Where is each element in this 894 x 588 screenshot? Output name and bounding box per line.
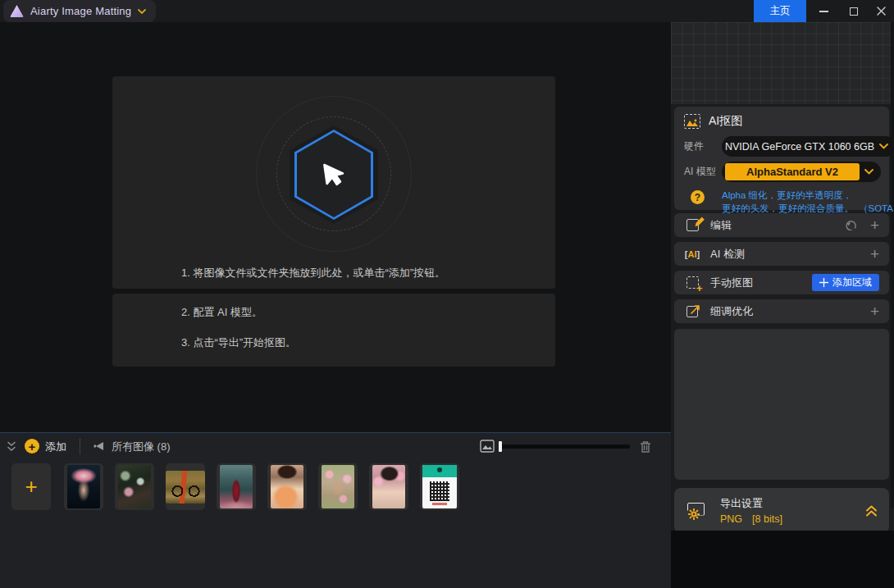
main-canvas: 1. 将图像文件或文件夹拖放到此处，或单击“添加”按钮。 2. 配置 AI 模型… [0, 22, 671, 432]
help-icon[interactable]: ? [691, 190, 705, 204]
qr-code [430, 481, 449, 501]
steps-panel: 2. 配置 AI 模型。 3. 点击“导出”开始抠图。 [112, 294, 555, 367]
app-menu[interactable]: Aiarty Image Matting [3, 0, 156, 22]
sidebar: AI抠图 硬件 NVIDIA GeForce GTX 1060 6GB AI 模… [671, 22, 894, 588]
manual-matting-icon: + [684, 275, 700, 291]
export-bits: [8 bits] [752, 513, 782, 525]
section-title: AI 检测 [710, 247, 859, 262]
export-settings-card[interactable]: 导出设置 PNG [8 bits] [674, 488, 889, 533]
hardware-row: 硬件 NVIDIA GeForce GTX 1060 6GB [674, 134, 889, 159]
thumbnail-size-icon [480, 440, 495, 453]
hardware-label: 硬件 [684, 139, 722, 153]
sidebar-empty-panel [674, 329, 889, 480]
model-value: AlphaStandard V2 [725, 163, 860, 180]
thumbnail-mountain-bike[interactable] [166, 463, 205, 510]
gallery-panel: + 添加 所有图像 (8) + [0, 432, 671, 588]
thumbnail-woman-red-dress[interactable] [217, 463, 256, 510]
crosshair-plus-icon [819, 278, 828, 287]
model-description-row: ? Alpha 细化，更好的半透明度， 更好的头发，更好的混合质量。（SOTA） [674, 185, 889, 215]
plus-icon: + [29, 440, 36, 453]
section-title: 细调优化 [710, 304, 859, 319]
thumbnail-woman-peach-bouquet[interactable] [267, 463, 307, 510]
add-images-label[interactable]: 添加 [45, 433, 66, 460]
drop-step-3: 3. 点击“导出”开始抠图。 [181, 335, 296, 350]
ai-detect-section[interactable]: [AI] AI 检测 + [674, 242, 889, 266]
home-button-label: 主页 [770, 4, 791, 18]
add-region-button[interactable]: 添加区域 [812, 274, 879, 291]
add-tile[interactable]: + [11, 463, 51, 510]
delete-button[interactable] [639, 440, 652, 454]
titlebar: Aiarty Image Matting 主页 [0, 0, 894, 22]
collapse-gallery-button[interactable] [7, 441, 16, 452]
thumbnail-forest-branches[interactable] [115, 463, 154, 510]
maximize-icon [850, 7, 858, 16]
model-description: Alpha 细化，更好的半透明度， 更好的头发，更好的混合质量。（SOTA） [722, 189, 894, 215]
home-button[interactable]: 主页 [754, 0, 806, 22]
refine-icon [684, 303, 700, 320]
scrollbar-track[interactable] [891, 22, 894, 508]
preview-grid [671, 22, 894, 104]
model-row: AI 模型 AlphaStandard V2 [674, 159, 889, 185]
manual-matting-section[interactable]: + 手动抠图 添加区域 [674, 271, 889, 294]
ai-detect-icon: [AI] [684, 246, 700, 262]
minimize-button[interactable] [811, 0, 836, 22]
section-title: 手动抠图 [710, 276, 812, 290]
export-settings-icon [686, 502, 707, 520]
drop-step-2: 2. 配置 AI 模型。 [181, 305, 296, 320]
chevron-down-icon [138, 9, 146, 14]
app-logo-icon [10, 5, 24, 17]
toolbar-divider [80, 439, 80, 454]
gallery-toolbar: + 添加 所有图像 (8) [0, 433, 671, 460]
back-arrow-button[interactable] [93, 440, 104, 452]
thumbnail-row: + [0, 463, 671, 513]
export-format: PNG [720, 513, 742, 525]
drop-zone[interactable]: 1. 将图像文件或文件夹拖放到此处，或单击“添加”按钮。 [112, 76, 555, 289]
hardware-value: NVIDIA GeForce GTX 1060 6GB [725, 141, 874, 153]
close-icon [877, 7, 886, 16]
thumbnail-jellyfish[interactable] [64, 463, 103, 510]
section-title: AI抠图 [709, 114, 742, 129]
export-button-zone: 单张导出 批量导出 [671, 531, 894, 588]
chevron-down-icon [864, 169, 873, 175]
close-button[interactable] [869, 0, 893, 22]
thumbnail-woman-rose-garden[interactable] [318, 463, 358, 510]
all-images-label[interactable]: 所有图像 (8) [112, 433, 171, 460]
thumbnail-qr-code-card[interactable] [420, 463, 459, 510]
add-refine-button[interactable]: + [870, 303, 879, 319]
model-description-line1: Alpha 细化，更好的半透明度， [722, 189, 894, 202]
hardware-select[interactable]: NVIDIA GeForce GTX 1060 6GB [722, 136, 894, 157]
export-settings-title: 导出设置 [720, 496, 865, 511]
cursor-icon [320, 160, 348, 189]
undo-icon[interactable] [846, 220, 859, 230]
add-images-button[interactable]: + [25, 439, 39, 454]
ai-matting-icon [684, 114, 700, 129]
add-detect-button[interactable]: + [870, 246, 879, 262]
edit-section[interactable]: 编辑 + [674, 213, 889, 237]
minimize-icon [819, 11, 828, 12]
drop-step-1: 1. 将图像文件或文件夹拖放到此处，或单击“添加”按钮。 [181, 266, 445, 280]
chevron-down-icon [879, 144, 888, 149]
ai-matting-section: AI抠图 硬件 NVIDIA GeForce GTX 1060 6GB AI 模… [674, 107, 889, 210]
section-title: 编辑 [710, 218, 846, 233]
slider-thumb[interactable] [499, 441, 502, 452]
collapse-export-icon[interactable] [865, 505, 878, 517]
model-select[interactable]: AlphaStandard V2 [722, 162, 881, 182]
plus-icon: + [25, 476, 37, 497]
edit-icon [684, 217, 700, 234]
thumbnail-woman-pink-flowers[interactable] [369, 463, 408, 510]
app-title: Aiarty Image Matting [30, 5, 131, 17]
model-sota-tag: （SOTA） [859, 203, 894, 213]
thumbnail-size-slider[interactable] [499, 444, 630, 449]
app-window: Aiarty Image Matting 主页 [0, 0, 894, 588]
refine-section[interactable]: 细调优化 + [674, 299, 889, 323]
add-edit-button[interactable]: + [870, 217, 879, 233]
maximize-button[interactable] [842, 0, 866, 22]
add-region-label: 添加区域 [832, 276, 872, 289]
model-label: AI 模型 [684, 165, 722, 179]
